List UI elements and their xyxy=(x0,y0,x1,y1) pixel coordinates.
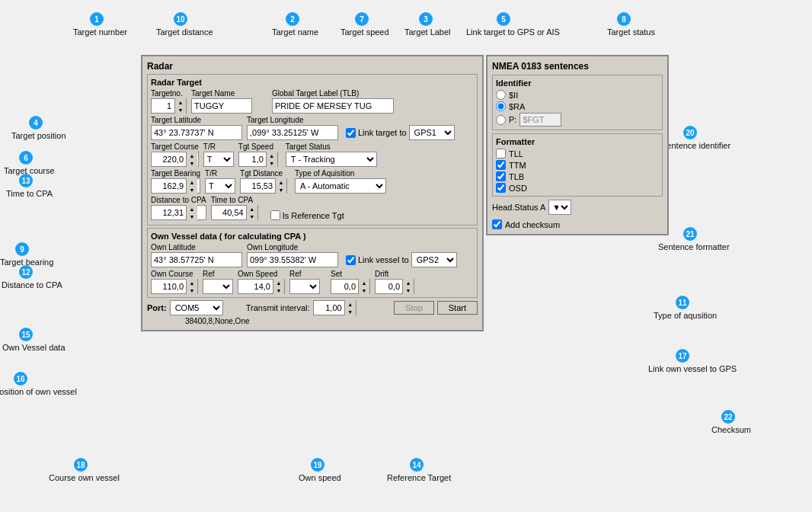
head-status-label: Head.Status A xyxy=(492,203,545,212)
acq-type-select[interactable]: A - Automatic M - Manual xyxy=(295,178,386,194)
annotation-label-16: Position of own vessel xyxy=(0,387,77,396)
tgt-speed-down[interactable]: ▼ xyxy=(267,159,277,167)
transmit-label: Transmit interval: xyxy=(246,303,310,312)
annotation-22: 22 xyxy=(721,410,735,424)
set-value: 0,0 xyxy=(331,281,358,292)
own-lat-input[interactable] xyxy=(151,252,242,267)
set-up[interactable]: ▲ xyxy=(359,279,369,286)
drift-down[interactable]: ▼ xyxy=(403,286,414,294)
radio-sii[interactable] xyxy=(496,90,506,100)
own-speed-value: 14,0 xyxy=(238,281,273,292)
annotation-6: 6 xyxy=(19,151,33,165)
tr1-select[interactable]: T R xyxy=(203,152,234,167)
annotation-label-15: Own Vessel data xyxy=(2,343,66,352)
set-label: Set xyxy=(331,270,370,278)
annotation-13: 13 xyxy=(19,174,33,187)
link-target-select[interactable]: GPS1 GPS2 AIS xyxy=(409,125,455,140)
course-up[interactable]: ▲ xyxy=(187,152,197,159)
own-course-down[interactable]: ▼ xyxy=(187,286,197,294)
tgt-dist-down[interactable]: ▼ xyxy=(276,186,286,194)
start-button[interactable]: Start xyxy=(437,301,478,315)
target-lon-input[interactable] xyxy=(247,125,338,140)
is-ref-checkbox[interactable] xyxy=(270,210,280,220)
fmt-tll-checkbox[interactable] xyxy=(496,149,506,158)
time-cpa-down[interactable]: ▼ xyxy=(247,213,257,220)
port-select[interactable]: COM5 COM1 COM2 COM3 COM4 xyxy=(170,300,223,315)
time-cpa-group: Time to CPA 40,54 ▲ ▼ xyxy=(211,196,258,220)
radio-p[interactable] xyxy=(496,115,506,125)
annotation-label-22: Checksum xyxy=(711,425,751,434)
annotation-21: 21 xyxy=(683,227,697,241)
dist-cpa-down[interactable]: ▼ xyxy=(187,213,197,220)
radio-sra[interactable] xyxy=(496,101,506,111)
link-target-checkbox[interactable] xyxy=(346,128,356,138)
own-speed-ref-select[interactable]: N K xyxy=(289,279,320,294)
fmt-osd-checkbox[interactable] xyxy=(496,183,506,193)
annotation-17: 17 xyxy=(676,349,689,363)
drift-up[interactable]: ▲ xyxy=(403,279,414,286)
set-down[interactable]: ▼ xyxy=(359,286,369,294)
drift-label: Drift xyxy=(375,270,414,278)
annotation-2: 2 xyxy=(286,12,299,26)
link-vessel-checkbox[interactable] xyxy=(346,255,356,265)
add-checksum-checkbox[interactable] xyxy=(492,219,502,229)
annotation-20: 20 xyxy=(683,126,697,139)
formatter-label: Formatter xyxy=(496,137,659,146)
target-status-select[interactable]: T - Tracking L - Lost Q - Acquiring xyxy=(286,152,377,167)
transmit-value: 1,00 xyxy=(314,302,344,313)
radio-sra-label: $RA xyxy=(509,102,525,111)
time-cpa-value: 40,54 xyxy=(212,207,246,218)
annotation-12: 12 xyxy=(19,265,33,279)
stop-button[interactable]: Stop xyxy=(394,301,434,315)
bearing-up[interactable]: ▲ xyxy=(187,178,197,186)
target-lat-label: Target Latitude xyxy=(151,116,242,124)
transmit-up[interactable]: ▲ xyxy=(345,300,356,308)
time-cpa-up[interactable]: ▲ xyxy=(247,205,257,213)
tgt-speed-group: Tgt Speed 1,0 ▲ ▼ xyxy=(238,142,278,167)
dist-cpa-group: Distance to CPA 12,31 ▲ ▼ xyxy=(151,196,206,220)
radio-p-row: P: xyxy=(496,113,659,126)
bearing-down[interactable]: ▼ xyxy=(187,186,197,194)
annotation-5: 5 xyxy=(497,12,510,26)
own-course-ref-group: Ref T M xyxy=(203,270,233,294)
targetno-down[interactable]: ▼ xyxy=(175,106,186,114)
own-lon-input[interactable] xyxy=(247,252,338,267)
course-down[interactable]: ▼ xyxy=(187,159,197,167)
annotation-19: 19 xyxy=(311,458,324,472)
identifier-label: Identifier xyxy=(496,78,659,88)
head-status-select[interactable]: ▼ xyxy=(548,200,571,215)
radar-target-section: Radar Target Targetno. 1 ▲ ▼ Target Name… xyxy=(147,74,478,226)
fmt-osd-label: OSD xyxy=(509,184,527,193)
own-course-ref-select[interactable]: T M xyxy=(203,279,233,294)
baud-value: 38400,8,None,One xyxy=(185,317,478,325)
annotation-label-18: Course own vessel xyxy=(49,473,120,482)
global-input[interactable] xyxy=(272,98,394,114)
link-vessel-select[interactable]: GPS2 GPS1 xyxy=(411,252,457,267)
own-speed-up[interactable]: ▲ xyxy=(273,279,284,286)
target-course-label: Target Course xyxy=(151,142,199,151)
target-lat-input[interactable] xyxy=(151,125,242,140)
annotation-label-1: Target number xyxy=(73,27,127,37)
tgt-speed-up[interactable]: ▲ xyxy=(267,152,277,159)
radio-p-input[interactable] xyxy=(519,113,561,126)
tr1-label: T/R xyxy=(203,142,234,151)
annotation-label-3: Target Label xyxy=(404,27,451,37)
panel-title: Radar xyxy=(147,61,478,72)
own-course-up[interactable]: ▲ xyxy=(187,279,197,286)
target-course-group: Target Course 220,0 ▲ ▼ xyxy=(151,142,199,167)
fmt-tlb-checkbox[interactable] xyxy=(496,171,506,181)
target-name-input[interactable] xyxy=(191,98,252,114)
tgt-dist-up[interactable]: ▲ xyxy=(276,178,286,186)
annotation-16: 16 xyxy=(14,372,27,386)
targetno-up[interactable]: ▲ xyxy=(175,98,186,106)
drift-value: 0,0 xyxy=(376,281,402,292)
transmit-down[interactable]: ▼ xyxy=(345,308,356,315)
global-label: Global Target Label (TLB) xyxy=(272,89,394,98)
own-lat-label: Own Latitude xyxy=(151,243,242,251)
target-lat-group: Target Latitude xyxy=(151,116,242,140)
own-lat-group: Own Latitude xyxy=(151,243,242,267)
dist-cpa-up[interactable]: ▲ xyxy=(187,205,197,213)
fmt-ttm-checkbox[interactable] xyxy=(496,160,506,170)
tr2-select[interactable]: T R xyxy=(205,178,235,194)
own-speed-down[interactable]: ▼ xyxy=(273,286,284,294)
